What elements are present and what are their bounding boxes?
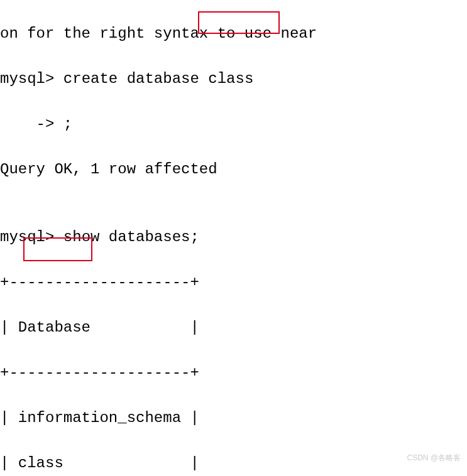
table-row: | class |: [0, 452, 467, 475]
command-text: show databases;: [63, 229, 199, 246]
terminator: ;: [63, 116, 72, 133]
highlighted-keyword: class: [18, 455, 63, 472]
row-prefix: |: [0, 455, 18, 472]
watermark: CSDN @各略客: [407, 452, 461, 463]
command-line-1: mysql> create database class: [0, 68, 467, 90]
continuation-prompt: ->: [0, 116, 63, 133]
table-header: | Database |: [0, 316, 467, 339]
query-result-1: Query OK, 1 row affected: [0, 158, 467, 181]
command-text: create database: [63, 70, 208, 87]
table-row: | information_schema |: [0, 407, 467, 430]
highlighted-keyword: class: [208, 70, 253, 87]
partial-line: on for the right syntax to use near: [0, 23, 467, 45]
prompt: mysql>: [0, 70, 63, 87]
table-border-top: +--------------------+: [0, 271, 467, 294]
row-suffix: |: [63, 455, 199, 472]
continuation-line: -> ;: [0, 113, 467, 136]
prompt: mysql>: [0, 229, 63, 246]
table-border-mid: +--------------------+: [0, 362, 467, 384]
command-line-2: mysql> show databases;: [0, 226, 467, 249]
terminal-output: on for the right syntax to use near mysq…: [0, 0, 467, 476]
